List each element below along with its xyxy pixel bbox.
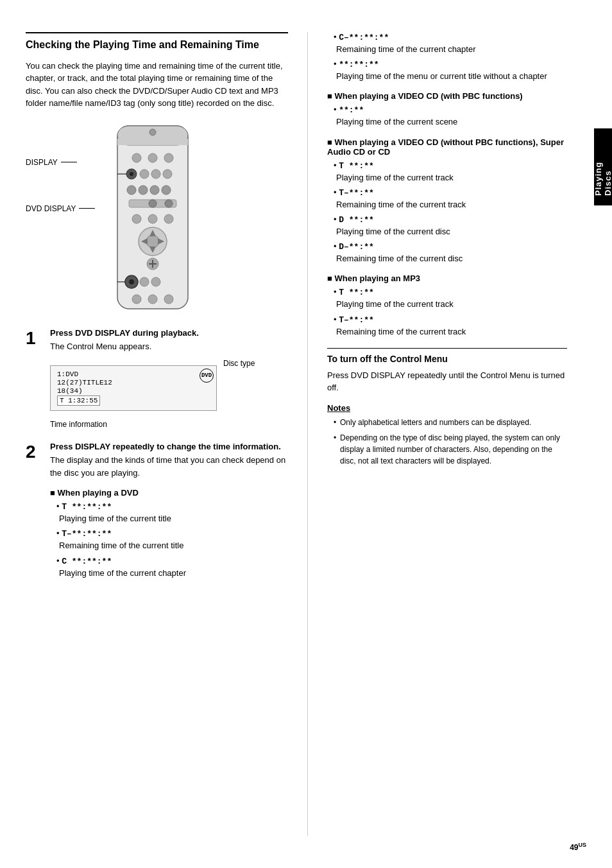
- section-title: Checking the Playing Time and Remaining …: [26, 32, 288, 52]
- mp3-item-2: T–**:** Remaining time of the current tr…: [327, 315, 567, 338]
- svg-point-32: [129, 279, 134, 284]
- step-2: 2 Press DISPLAY repeatedly to change the…: [26, 442, 288, 583]
- svg-point-10: [151, 169, 160, 178]
- no-pbc-item-4: D–**:** Remaining time of the current di…: [327, 241, 567, 265]
- svg-point-13: [139, 186, 148, 195]
- svg-point-12: [127, 186, 136, 195]
- svg-point-36: [148, 295, 157, 304]
- step-1-number: 1: [26, 329, 36, 347]
- notes-title: Notes: [327, 403, 567, 413]
- when-mp3-header: When playing an MP3: [327, 273, 567, 283]
- note-1: Only alphabetical letters and numbers ca…: [334, 417, 567, 428]
- svg-point-14: [150, 186, 159, 195]
- dvd-display-label: DVD DISPLAY: [26, 204, 95, 213]
- remote-control-svg: [98, 123, 207, 315]
- svg-point-6: [164, 153, 173, 162]
- svg-point-11: [163, 169, 172, 178]
- dvd-item-5: **:**:** Playing time of the menu or cur…: [327, 59, 567, 82]
- when-video-no-pbc-header: When playing a VIDEO CD (without PBC fun…: [327, 137, 567, 157]
- svg-point-37: [164, 295, 173, 304]
- step-1: 1 Press DVD DISPLAY during playback. The…: [26, 328, 288, 430]
- no-pbc-item-2: T–**:** Remaining time of the current tr…: [327, 187, 567, 211]
- svg-point-17: [149, 200, 157, 207]
- when-video-pbc-header: When playing a VIDEO CD (with PBC functi…: [327, 91, 567, 101]
- svg-point-23: [146, 235, 159, 248]
- dvd-item-3: C **:**:** Playing time of the current c…: [50, 556, 288, 579]
- svg-rect-2: [117, 139, 188, 145]
- no-pbc-item-3: D **:** Playing time of the current disc: [327, 214, 567, 238]
- svg-point-5: [148, 153, 157, 162]
- when-dvd-header: When playing a DVD: [50, 488, 288, 498]
- step-2-number: 2: [26, 443, 36, 461]
- svg-point-3: [149, 129, 156, 135]
- svg-point-15: [162, 186, 171, 195]
- dvd-item-4: C–**:**:** Remaining time of the current…: [327, 32, 567, 55]
- display-label: DISPLAY: [26, 158, 95, 167]
- step-1-title: Press DVD DISPLAY during playback.: [50, 328, 288, 338]
- svg-point-18: [165, 200, 173, 207]
- turnoff-title: To turn off the Control Menu: [327, 348, 567, 364]
- device-illustration: DISPLAY DVD DISPLAY: [26, 123, 288, 315]
- mp3-item-1: T **:** Playing time of the current trac…: [327, 287, 567, 310]
- svg-point-19: [132, 214, 141, 223]
- screen-display: DVD 1:DVD 12(27)TITLE12 18(34) T 1:32:55: [50, 365, 217, 411]
- note-2: Depending on the type of disc being play…: [334, 432, 567, 467]
- dvd-item-2: T–**:**:** Remaining time of the current…: [50, 528, 288, 551]
- svg-point-4: [132, 153, 141, 162]
- time-info-label: Time information: [50, 420, 288, 429]
- intro-text: You can check the playing time and remai…: [26, 60, 288, 110]
- video-pbc-item-1: **:** Playing time of the current scene: [327, 105, 567, 128]
- svg-point-33: [140, 277, 149, 286]
- no-pbc-item-1: T **:** Playing time of the current trac…: [327, 161, 567, 184]
- disc-type-label: Disc type: [223, 359, 255, 368]
- svg-point-21: [164, 214, 173, 223]
- dvd-badge: DVD: [200, 369, 214, 383]
- page-number: 49US: [570, 842, 586, 852]
- sidebar-tab: Playing Discs: [594, 128, 612, 205]
- step-2-title: Press DISPLAY repeatedly to change the t…: [50, 442, 288, 451]
- svg-point-34: [151, 277, 160, 286]
- step-1-desc: The Control Menu appears.: [50, 340, 288, 353]
- svg-point-8: [130, 172, 133, 176]
- svg-point-20: [148, 214, 157, 223]
- step-2-desc: The display and the kinds of time that y…: [50, 454, 288, 479]
- svg-point-35: [132, 295, 141, 304]
- turnoff-text: Press DVD DISPLAY repeatedly until the C…: [327, 369, 567, 394]
- svg-point-9: [140, 169, 149, 178]
- dvd-item-1: T **:**:** Playing time of the current t…: [50, 501, 288, 525]
